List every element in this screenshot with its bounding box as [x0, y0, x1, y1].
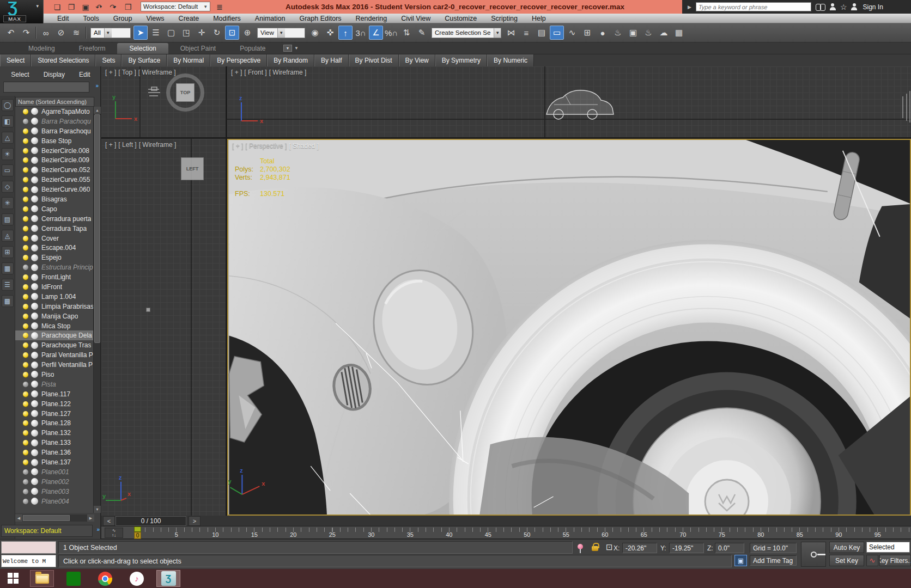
visibility-bulb-icon[interactable]	[23, 206, 28, 212]
explorer-tool-icon[interactable]: ◇	[2, 181, 14, 193]
visibility-bulb-icon[interactable]	[23, 382, 28, 387]
chevron-more-icon[interactable]: »	[95, 83, 99, 89]
visibility-bulb-icon[interactable]	[23, 197, 28, 202]
key-filter-curve-icon[interactable]: ∿	[866, 555, 878, 566]
toolbar-icon[interactable]: ⊞	[580, 26, 594, 40]
scene-object-row[interactable]: BezierCurve.052	[15, 165, 94, 175]
ribbon-button[interactable]: By Normal	[167, 54, 210, 66]
ribbon-tab[interactable]: Freeform	[67, 43, 118, 54]
taskbar-app-button[interactable]: Ʒ	[156, 570, 180, 587]
time-slider[interactable]: < 0 / 100 >	[101, 516, 911, 526]
toolbar-icon[interactable]: ↷	[19, 26, 33, 40]
toolbar-icon[interactable]: ↶	[4, 26, 18, 40]
visibility-bulb-icon[interactable]	[23, 119, 28, 124]
menu-item[interactable]: Rendering	[349, 14, 394, 23]
windows-start-button[interactable]	[0, 569, 26, 588]
scene-object-row[interactable]: Parachoque Dela	[15, 330, 94, 340]
toolbar-icon[interactable]: 3∩	[354, 26, 368, 40]
transform-gizmo-icon[interactable]: ⊡	[606, 542, 613, 552]
scene-object-row[interactable]: Cerradura puerta	[15, 214, 94, 224]
menu-item[interactable]: Tools	[76, 14, 106, 23]
toolbar-icon[interactable]: ≡	[519, 26, 533, 40]
scene-object-row[interactable]: Cover	[15, 234, 94, 243]
scene-object-row[interactable]: BezierCurve.060	[15, 185, 94, 194]
toolbar-icon[interactable]: ☁	[657, 26, 671, 40]
scene-object-row[interactable]: Limpia Parabrisas	[15, 302, 94, 311]
explorer-tool-icon[interactable]: ▩	[2, 295, 14, 307]
scene-object-row[interactable]: Plane001	[15, 467, 94, 477]
toolbar-icon[interactable]: ▦	[672, 26, 686, 40]
explorer-tool-icon[interactable]: ◧	[2, 115, 14, 127]
visibility-bulb-icon[interactable]	[23, 265, 28, 270]
scene-object-row[interactable]: Plane.137	[15, 457, 94, 467]
scene-object-row[interactable]: Plane.136	[15, 448, 94, 457]
visibility-bulb-icon[interactable]	[23, 489, 28, 494]
ribbon-display-dropdown[interactable]: ▼ ▼	[283, 45, 299, 52]
ribbon-button[interactable]: By View	[399, 54, 435, 66]
explorer-tool-icon[interactable]: ◯	[2, 99, 14, 111]
viewport-left[interactable]: [ + ][ Left ][ Wireframe ] LEFT z y x	[101, 139, 226, 516]
visibility-bulb-icon[interactable]	[23, 128, 28, 134]
taskbar-app-button[interactable]	[62, 570, 86, 587]
viewport-label[interactable]: [ + ][ Perspective ][ Shaded ]	[232, 142, 321, 150]
z-coordinate-field[interactable]: 0.0"	[715, 543, 744, 553]
ribbon-button[interactable]: By Random	[267, 54, 314, 66]
toolbar-icon[interactable]: ▣	[626, 26, 640, 40]
toolbar-icon[interactable]: ◳	[179, 26, 193, 40]
scene-object-row[interactable]: IdFront	[15, 282, 94, 292]
toolbar-icon[interactable]: ▢	[164, 26, 178, 40]
visibility-bulb-icon[interactable]	[23, 304, 28, 309]
toolbar-icon[interactable]: ∿	[565, 26, 579, 40]
visibility-bulb-icon[interactable]	[23, 109, 28, 114]
scene-object-row[interactable]: Plane.117	[15, 389, 94, 399]
toolbar-icon[interactable]: ✛	[195, 26, 209, 40]
ribbon-button[interactable]: Select	[0, 54, 31, 66]
visibility-bulb-icon[interactable]	[23, 391, 28, 397]
menu-item[interactable]: Animation	[248, 14, 293, 23]
ribbon-tab[interactable]: Object Paint	[168, 43, 228, 54]
ribbon-button[interactable]: Sets	[95, 54, 122, 66]
toolbar-icon[interactable]: %∩	[384, 26, 398, 40]
x-coordinate-field[interactable]: -20.26"	[622, 543, 657, 553]
application-menu-button[interactable]: Ʒ ▾ MAX	[0, 0, 44, 23]
grid-size-display[interactable]: Grid = 10.0"	[750, 543, 797, 553]
viewport-front[interactable]: [ + ][ Front ][ Wireframe ] z x	[227, 66, 911, 137]
toolbar-icon[interactable]: ✎	[415, 26, 429, 40]
sign-in-button[interactable]: Sign In	[863, 3, 883, 11]
scene-object-row[interactable]: BezierCurve.055	[15, 175, 94, 185]
visibility-bulb-icon[interactable]	[23, 148, 28, 154]
visibility-bulb-icon[interactable]	[23, 323, 28, 329]
previous-frame-button[interactable]: <	[103, 516, 115, 526]
scene-object-row[interactable]: Barra Parachoqu	[15, 117, 94, 126]
selection-lock-pin-icon[interactable]	[578, 544, 583, 549]
scene-object-row[interactable]: Plane.128	[15, 419, 94, 428]
explorer-tab[interactable]: Edit	[79, 71, 90, 78]
visibility-bulb-icon[interactable]	[23, 255, 28, 260]
toolbar-icon[interactable]: ●	[596, 26, 610, 40]
workspace-dropdown[interactable]: Workspace: Default▼	[141, 2, 210, 11]
scene-object-row[interactable]: Capo	[15, 204, 94, 214]
viewport-label[interactable]: [ + ][ Front ][ Wireframe ]	[231, 69, 308, 76]
toolbar-icon[interactable]: ▭	[550, 26, 564, 40]
toolbar-icon[interactable]: ☰	[149, 26, 163, 40]
toolbar-icon[interactable]: ∠	[369, 26, 383, 40]
ribbon-tab[interactable]: Modeling	[16, 43, 67, 54]
qat-icon[interactable]: ↷▾	[107, 2, 119, 13]
auto-key-button[interactable]: Auto Key	[829, 542, 864, 553]
toolbar-icon[interactable]: ⊡	[225, 26, 239, 40]
visibility-bulb-icon[interactable]	[23, 460, 28, 465]
toolbar-icon[interactable]: ⊕	[240, 26, 254, 40]
ribbon-button[interactable]: By Perspective	[210, 54, 267, 66]
visibility-bulb-icon[interactable]	[23, 226, 28, 231]
visibility-bulb-icon[interactable]	[23, 342, 28, 348]
visibility-bulb-icon[interactable]	[23, 469, 28, 475]
user-icon[interactable]	[851, 3, 857, 10]
menu-item[interactable]: Group	[106, 14, 139, 23]
ribbon-button[interactable]: By Symmetry	[435, 54, 487, 66]
mini-curve-editor-icon[interactable]: ∿↑↓	[105, 528, 123, 538]
toolbar-icon[interactable]: ⊘	[54, 26, 68, 40]
ribbon-tab[interactable]: Populate	[228, 43, 277, 54]
scene-object-row[interactable]: Plane.122	[15, 399, 94, 409]
toolbar-icon[interactable]: ∞	[39, 26, 53, 40]
qat-icon[interactable]: ❐	[64, 2, 76, 13]
